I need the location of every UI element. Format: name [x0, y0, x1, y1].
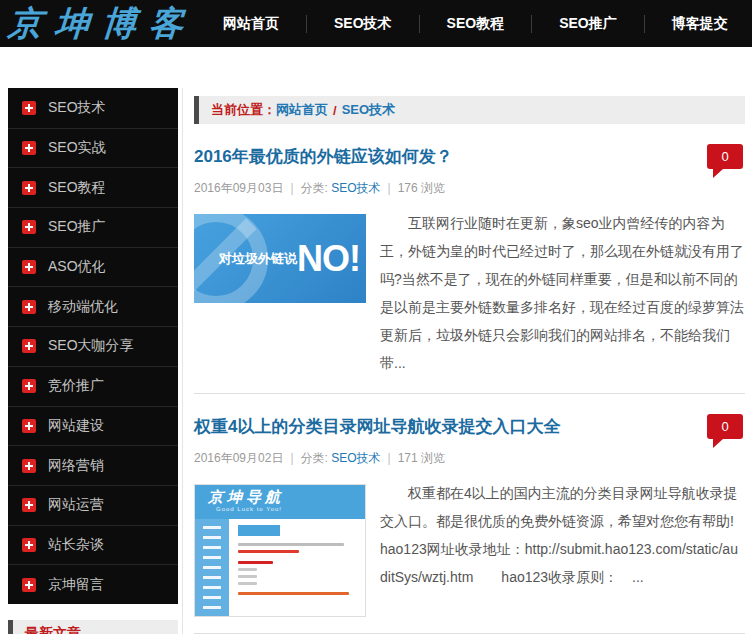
sidebar-item-label: 网络营销: [48, 457, 104, 475]
plus-icon: [22, 339, 36, 353]
breadcrumb-current-link[interactable]: SEO技术: [342, 101, 395, 119]
sidebar-item-label: 站长杂谈: [48, 536, 104, 554]
plus-icon: [22, 101, 36, 115]
sidebar-widget-title: 最新文章: [8, 620, 178, 634]
article-title[interactable]: 2016年最优质的外链应该如何发？: [194, 144, 453, 170]
sidebar-item-seo-experts[interactable]: SEO大咖分享: [8, 326, 178, 366]
breadcrumb: 当前位置：网站首页/SEO技术: [194, 96, 745, 124]
article-date: 2016年09月03日: [194, 181, 283, 195]
sidebar-item-online-marketing[interactable]: 网络营销: [8, 445, 178, 485]
article-meta: 2016年09月03日|分类: SEO技术|176 浏览: [194, 180, 745, 197]
nav-item-home[interactable]: 网站首页: [196, 15, 306, 33]
sidebar-item-label: 竞价推广: [48, 377, 104, 395]
article-excerpt: 互联网行业随时在更新，象seo业内曾经传的内容为王，外链为皇的时代已经过时了，那…: [380, 209, 745, 377]
sidebar-item-label: SEO技术: [48, 99, 106, 117]
sidebar-item-site-operation[interactable]: 网站运营: [8, 485, 178, 525]
breadcrumb-separator: /: [328, 103, 342, 118]
sidebar-item-label: 网站运营: [48, 496, 104, 514]
thumbnail-site-content: [229, 519, 365, 616]
plus-icon: [22, 419, 36, 433]
sidebar-item-label: ASO优化: [48, 258, 106, 276]
article-thumbnail[interactable]: 对垃圾外链说NO!: [194, 214, 366, 303]
sidebar-item-label: SEO大咖分享: [48, 337, 134, 355]
sidebar-item-mobile-seo[interactable]: 移动端优化: [8, 286, 178, 326]
plus-icon: [22, 300, 36, 314]
plus-icon: [22, 220, 36, 234]
article-meta: 2016年09月02日|分类: SEO技术|171 浏览: [194, 450, 745, 467]
sidebar-item-label: 移动端优化: [48, 298, 118, 316]
plus-icon: [22, 379, 36, 393]
sidebar-item-message-board[interactable]: 京坤留言: [8, 564, 178, 604]
sidebar-item-label: SEO教程: [48, 179, 106, 197]
plus-icon: [22, 578, 36, 592]
meta-separator: |: [290, 181, 293, 195]
nav-item-blog-submit[interactable]: 博客提交: [645, 15, 752, 33]
sidebar-item-webmaster-talk[interactable]: 站长杂谈: [8, 525, 178, 565]
main-content: 当前位置：网站首页/SEO技术 2016年最优质的外链应该如何发？ 0 2016…: [182, 88, 752, 634]
nav-item-seo-promotion[interactable]: SEO推广: [532, 15, 644, 33]
sidebar-item-label: 网站建设: [48, 417, 104, 435]
site-header: 京坤博客 网站首页 SEO技术 SEO教程 SEO推广 博客提交: [0, 0, 752, 47]
plus-icon: [22, 260, 36, 274]
sidebar-item-seo-tech[interactable]: SEO技术: [8, 88, 178, 128]
thumbnail-site-header: 京坤导航 Good Luck to You!: [195, 485, 365, 519]
article-date: 2016年09月02日: [194, 451, 283, 465]
sidebar-item-ppc[interactable]: 竞价推广: [8, 366, 178, 406]
nav-item-seo-tech[interactable]: SEO技术: [307, 15, 419, 33]
article-item: 权重4以上的分类目录网址导航收录提交入口大全 0 2016年09月02日|分类:…: [194, 394, 745, 634]
thumbnail-site-logo: 京坤导航: [208, 488, 357, 506]
sidebar: SEO技术 SEO实战 SEO教程 SEO推广 ASO优化 移动端优化 SEO大…: [8, 88, 178, 634]
thumbnail-site-nav: [195, 519, 229, 616]
category-label: 分类:: [301, 451, 328, 465]
thumbnail-caption: 对垃圾外链说NO!: [219, 241, 360, 277]
sidebar-item-label: SEO推广: [48, 218, 106, 236]
plus-icon: [22, 538, 36, 552]
thumbnail-text-small: 对垃圾外链说: [219, 250, 297, 268]
comment-count-badge[interactable]: 0: [707, 144, 743, 169]
page-layout: SEO技术 SEO实战 SEO教程 SEO推广 ASO优化 移动端优化 SEO大…: [0, 88, 752, 634]
sidebar-item-website-build[interactable]: 网站建设: [8, 406, 178, 446]
category-label: 分类:: [301, 181, 328, 195]
breadcrumb-label: 当前位置：: [211, 101, 276, 119]
nav-item-seo-tutorial[interactable]: SEO教程: [420, 15, 532, 33]
comment-count-badge[interactable]: 0: [707, 414, 743, 439]
sidebar-item-label: SEO实战: [48, 139, 106, 157]
meta-separator: |: [388, 181, 391, 195]
plus-icon: [22, 181, 36, 195]
view-count: 176 浏览: [398, 181, 445, 195]
article-excerpt: 权重都在4以上的国内主流的分类目录网址导航收录提交入口。都是很优质的免费外链资源…: [380, 479, 745, 591]
view-count: 171 浏览: [398, 451, 445, 465]
sidebar-item-seo-promotion[interactable]: SEO推广: [8, 207, 178, 247]
sidebar-menu: SEO技术 SEO实战 SEO教程 SEO推广 ASO优化 移动端优化 SEO大…: [8, 88, 178, 604]
article-title[interactable]: 权重4以上的分类目录网址导航收录提交入口大全: [194, 414, 560, 440]
thumbnail-text-big: NO!: [297, 241, 360, 277]
breadcrumb-home-link[interactable]: 网站首页: [276, 101, 328, 119]
sidebar-item-label: 京坤留言: [48, 576, 104, 594]
main-nav: 网站首页 SEO技术 SEO教程 SEO推广 博客提交: [196, 0, 752, 47]
sidebar-item-seo-tutorial[interactable]: SEO教程: [8, 167, 178, 207]
site-logo[interactable]: 京坤博客: [0, 0, 198, 47]
article-thumbnail[interactable]: 京坤导航 Good Luck to You!: [194, 484, 366, 617]
sidebar-item-seo-practice[interactable]: SEO实战: [8, 128, 178, 168]
meta-separator: |: [290, 451, 293, 465]
thumbnail-site-subtitle: Good Luck to You!: [216, 506, 357, 512]
plus-icon: [22, 459, 36, 473]
meta-separator: |: [388, 451, 391, 465]
plus-icon: [22, 141, 36, 155]
category-link[interactable]: SEO技术: [331, 451, 380, 465]
plus-icon: [22, 498, 36, 512]
article-item: 2016年最优质的外链应该如何发？ 0 2016年09月03日|分类: SEO技…: [194, 124, 745, 394]
thumbnail-site-button: [238, 525, 280, 536]
category-link[interactable]: SEO技术: [331, 181, 380, 195]
sidebar-item-aso[interactable]: ASO优化: [8, 247, 178, 287]
